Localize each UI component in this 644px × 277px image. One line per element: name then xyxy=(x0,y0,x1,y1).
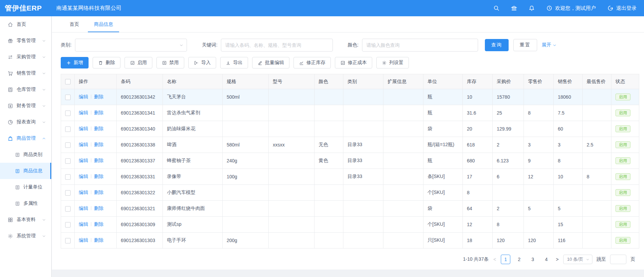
doc-icon xyxy=(15,185,20,190)
cell-retail-price xyxy=(524,121,554,137)
sidebar-item-retail[interactable]: 零售管理 xyxy=(0,33,51,49)
page-size-select[interactable]: 10 条/页 xyxy=(563,255,592,264)
search-button[interactable]: 查询 xyxy=(485,39,509,51)
page-button-2[interactable]: 2 xyxy=(514,255,524,264)
sidebar-subitem-measure-unit[interactable]: 计量单位 xyxy=(0,179,51,195)
batch-edit-button[interactable]: 批量编辑 xyxy=(252,57,289,68)
sidebar-item-purchase[interactable]: 采购管理 xyxy=(0,49,51,65)
column-settings-button[interactable]: 列设置 xyxy=(376,57,409,68)
sidebar-item-warehouse[interactable]: 仓库管理 xyxy=(0,81,51,98)
color-input[interactable] xyxy=(362,39,478,52)
row-checkbox[interactable] xyxy=(65,222,71,227)
next-page-button[interactable]: > xyxy=(555,257,559,262)
row-checkbox[interactable] xyxy=(65,190,71,196)
jump-page-input[interactable] xyxy=(610,255,626,264)
row-checkbox[interactable] xyxy=(65,158,71,164)
delete-link[interactable]: 删除 xyxy=(94,126,103,131)
divider xyxy=(91,238,91,242)
delete-link[interactable]: 删除 xyxy=(94,158,103,163)
cell-name: 飞天茅台 xyxy=(163,89,223,105)
sidebar-item-system[interactable]: 系统管理 xyxy=(0,228,51,244)
row-checkbox[interactable] xyxy=(65,206,71,212)
divider xyxy=(91,126,91,131)
check-square-icon xyxy=(130,60,135,65)
cell-barcode: 6901236301321 xyxy=(117,201,163,217)
expand-link[interactable]: 展开 xyxy=(542,42,556,48)
page-button-4[interactable]: 4 xyxy=(542,255,551,264)
delete-button[interactable]: 删除 xyxy=(93,57,120,68)
prev-page-button[interactable]: < xyxy=(493,257,497,262)
keyword-input[interactable] xyxy=(221,39,333,52)
cell-spec: 580ml xyxy=(223,137,269,153)
cell-retail-price xyxy=(524,185,554,201)
fix-cost-button[interactable]: 修正成本 xyxy=(335,57,372,68)
bell-icon[interactable] xyxy=(529,5,535,11)
retail-icon xyxy=(7,38,13,44)
reset-button[interactable]: 重置 xyxy=(513,39,537,51)
edit-link[interactable]: 编辑 xyxy=(79,205,88,211)
sidebar-subitem-multi-attribute[interactable]: 多属性 xyxy=(0,195,51,212)
fix-stock-button[interactable]: 修正库存 xyxy=(293,57,331,68)
edit-link[interactable]: 编辑 xyxy=(79,237,88,243)
status-badge: 启用 xyxy=(615,237,630,244)
tab-product-info[interactable]: 商品信息 xyxy=(87,16,120,32)
sidebar-item-product[interactable]: 商品管理 xyxy=(0,130,51,146)
top-header: 管伊佳ERP 南通某某网络科技有限公司 欢迎您，测试用户 退出登录 xyxy=(0,0,644,16)
edit-link[interactable]: 编辑 xyxy=(79,142,88,147)
row-checkbox[interactable] xyxy=(65,174,71,180)
cell-unit: 瓶 xyxy=(423,153,463,169)
edit-link[interactable]: 编辑 xyxy=(79,190,88,195)
row-checkbox[interactable] xyxy=(65,142,71,148)
page-button-1[interactable]: 1 xyxy=(501,255,510,264)
cell-barcode: 6901236301338 xyxy=(117,137,163,153)
category-select[interactable] xyxy=(75,39,187,52)
row-checkbox[interactable] xyxy=(65,238,71,243)
add-button[interactable]: 新增 xyxy=(61,57,89,68)
delete-link[interactable]: 删除 xyxy=(94,94,103,99)
divider xyxy=(91,190,91,194)
sidebar-item-finance[interactable]: 财务管理 xyxy=(0,98,51,114)
sidebar-item-report[interactable]: 报表查询 xyxy=(0,114,51,130)
delete-link[interactable]: 删除 xyxy=(94,205,103,211)
cell-unit: 瓶 xyxy=(423,105,463,121)
tab-home[interactable]: 首页 xyxy=(62,16,87,32)
row-checkbox[interactable] xyxy=(65,126,71,132)
delete-link[interactable]: 删除 xyxy=(94,142,103,147)
chevron-down-icon xyxy=(42,120,46,124)
select-all-checkbox[interactable] xyxy=(65,79,71,84)
export-button[interactable]: 导出 xyxy=(220,57,248,68)
sidebar-subitem-product-category[interactable]: 商品类别 xyxy=(0,146,51,163)
welcome-user: 欢迎您，测试用户 xyxy=(546,5,596,12)
enable-button[interactable]: 启用 xyxy=(125,57,152,68)
sidebar-item-sales[interactable]: 销售管理 xyxy=(0,65,51,81)
search-icon[interactable] xyxy=(493,5,499,11)
page-button-3[interactable]: 3 xyxy=(528,255,537,264)
chevron-down-icon xyxy=(42,55,46,59)
logout-button[interactable]: 退出登录 xyxy=(607,5,637,12)
import-button[interactable]: 导入 xyxy=(188,57,216,68)
sidebar-subitem-product-info[interactable]: 商品信息 xyxy=(0,163,51,179)
delete-link[interactable]: 删除 xyxy=(94,190,103,195)
cell-name: 康师傅红烧牛肉面 xyxy=(163,201,223,217)
row-checkbox[interactable] xyxy=(65,95,71,100)
edit-link[interactable]: 编辑 xyxy=(79,158,88,163)
chevron-down-icon xyxy=(42,218,46,222)
sidebar-item-home[interactable]: 首页 xyxy=(0,16,51,33)
purchase-icon xyxy=(7,54,13,60)
edit-link[interactable]: 编辑 xyxy=(79,221,88,227)
table-row: 编辑删除6901236301338啤酒580mlxxsxx无色目录33瓶/(箱=… xyxy=(61,137,639,153)
disable-button[interactable]: 禁用 xyxy=(156,57,184,68)
delete-link[interactable]: 删除 xyxy=(94,174,103,179)
delete-link[interactable]: 删除 xyxy=(94,237,103,243)
delete-link[interactable]: 删除 xyxy=(94,110,103,115)
edit-link[interactable]: 编辑 xyxy=(79,126,88,131)
edit-link[interactable]: 编辑 xyxy=(79,174,88,179)
bank-icon[interactable] xyxy=(511,5,517,11)
row-checkbox[interactable] xyxy=(65,111,71,116)
cell-sale-price: 10 xyxy=(554,169,583,185)
sidebar-item-basic-data[interactable]: 基本资料 xyxy=(0,212,51,228)
pagination-total: 1-10 共37条 xyxy=(463,256,488,262)
delete-link[interactable]: 删除 xyxy=(94,221,103,227)
edit-link[interactable]: 编辑 xyxy=(79,94,88,99)
edit-link[interactable]: 编辑 xyxy=(79,110,88,115)
